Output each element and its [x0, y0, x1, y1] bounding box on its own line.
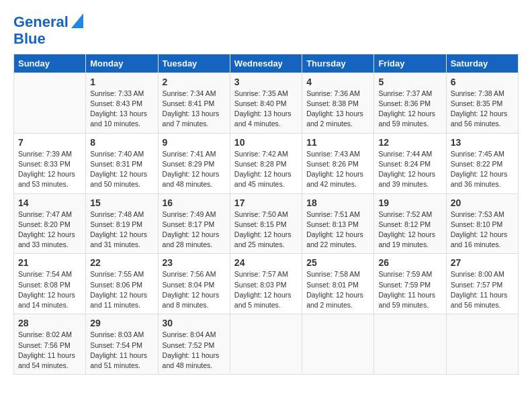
day-info: Sunrise: 7:39 AM Sunset: 8:33 PM Dayligh…: [18, 149, 81, 190]
col-header-monday: Monday: [86, 54, 158, 73]
week-row-2: 7Sunrise: 7:39 AM Sunset: 8:33 PM Daylig…: [14, 133, 519, 193]
day-number: 11: [306, 137, 369, 148]
day-info: Sunrise: 7:38 AM Sunset: 8:35 PM Dayligh…: [451, 89, 514, 130]
col-header-saturday: Saturday: [446, 54, 518, 73]
day-number: 3: [234, 77, 298, 87]
day-info: Sunrise: 7:34 AM Sunset: 8:41 PM Dayligh…: [163, 89, 226, 130]
day-number: 1: [90, 77, 153, 87]
calendar-header-row: SundayMondayTuesdayWednesdayThursdayFrid…: [14, 54, 519, 73]
col-header-thursday: Thursday: [302, 54, 374, 73]
day-number: 7: [18, 137, 81, 148]
day-info: Sunrise: 7:56 AM Sunset: 8:04 PM Dayligh…: [163, 269, 226, 310]
calendar-cell: 6Sunrise: 7:38 AM Sunset: 8:35 PM Daylig…: [446, 73, 518, 133]
week-row-5: 28Sunrise: 8:02 AM Sunset: 7:56 PM Dayli…: [14, 314, 519, 375]
col-header-sunday: Sunday: [14, 54, 86, 73]
week-row-3: 14Sunrise: 7:47 AM Sunset: 8:20 PM Dayli…: [14, 193, 519, 254]
calendar-cell: 1Sunrise: 7:33 AM Sunset: 8:43 PM Daylig…: [86, 73, 158, 133]
calendar-cell: 14Sunrise: 7:47 AM Sunset: 8:20 PM Dayli…: [14, 193, 86, 254]
day-info: Sunrise: 7:50 AM Sunset: 8:15 PM Dayligh…: [234, 210, 298, 250]
calendar-cell: 23Sunrise: 7:56 AM Sunset: 8:04 PM Dayli…: [158, 254, 230, 314]
calendar-cell: 2Sunrise: 7:34 AM Sunset: 8:41 PM Daylig…: [158, 73, 230, 133]
day-info: Sunrise: 7:40 AM Sunset: 8:31 PM Dayligh…: [90, 149, 153, 190]
calendar-cell: 17Sunrise: 7:50 AM Sunset: 8:15 PM Dayli…: [230, 193, 302, 254]
day-number: 4: [306, 77, 369, 87]
day-info: Sunrise: 7:58 AM Sunset: 8:01 PM Dayligh…: [306, 269, 369, 310]
day-number: 13: [451, 137, 514, 148]
calendar-cell: 12Sunrise: 7:44 AM Sunset: 8:24 PM Dayli…: [374, 133, 446, 193]
day-info: Sunrise: 7:36 AM Sunset: 8:38 PM Dayligh…: [306, 89, 369, 130]
day-info: Sunrise: 7:52 AM Sunset: 8:12 PM Dayligh…: [378, 210, 441, 250]
day-number: 17: [234, 197, 298, 208]
day-info: Sunrise: 7:47 AM Sunset: 8:20 PM Dayligh…: [18, 210, 81, 250]
day-number: 14: [18, 197, 81, 208]
day-info: Sunrise: 7:54 AM Sunset: 8:08 PM Dayligh…: [18, 269, 81, 310]
day-number: 24: [234, 257, 298, 268]
day-info: Sunrise: 8:00 AM Sunset: 7:57 PM Dayligh…: [451, 269, 514, 310]
calendar-cell: 29Sunrise: 8:03 AM Sunset: 7:54 PM Dayli…: [86, 314, 158, 375]
calendar-cell: 13Sunrise: 7:45 AM Sunset: 8:22 PM Dayli…: [446, 133, 518, 193]
day-info: Sunrise: 7:33 AM Sunset: 8:43 PM Dayligh…: [90, 89, 153, 130]
logo-text: General: [13, 14, 69, 30]
calendar-cell: 11Sunrise: 7:43 AM Sunset: 8:26 PM Dayli…: [302, 133, 374, 193]
day-info: Sunrise: 8:02 AM Sunset: 7:56 PM Dayligh…: [18, 330, 81, 371]
day-info: Sunrise: 7:53 AM Sunset: 8:10 PM Dayligh…: [451, 210, 514, 250]
col-header-friday: Friday: [374, 54, 446, 73]
day-number: 16: [163, 197, 226, 208]
calendar-cell: 7Sunrise: 7:39 AM Sunset: 8:33 PM Daylig…: [14, 133, 86, 193]
calendar-cell: 20Sunrise: 7:53 AM Sunset: 8:10 PM Dayli…: [446, 193, 518, 254]
day-number: 15: [90, 197, 153, 208]
calendar-cell: 4Sunrise: 7:36 AM Sunset: 8:38 PM Daylig…: [302, 73, 374, 133]
calendar-cell: 9Sunrise: 7:41 AM Sunset: 8:29 PM Daylig…: [158, 133, 230, 193]
calendar-cell: [14, 73, 86, 133]
calendar-cell: [230, 314, 302, 375]
day-info: Sunrise: 8:04 AM Sunset: 7:52 PM Dayligh…: [163, 330, 226, 371]
calendar-cell: 15Sunrise: 7:48 AM Sunset: 8:19 PM Dayli…: [86, 193, 158, 254]
day-number: 25: [306, 257, 369, 268]
calendar-cell: 30Sunrise: 8:04 AM Sunset: 7:52 PM Dayli…: [158, 314, 230, 375]
calendar-cell: 27Sunrise: 8:00 AM Sunset: 7:57 PM Dayli…: [446, 254, 518, 314]
logo: General Blue: [13, 13, 83, 47]
svg-marker-0: [71, 13, 83, 28]
day-number: 29: [90, 318, 153, 328]
page-header: General Blue: [13, 13, 519, 47]
week-row-1: 1Sunrise: 7:33 AM Sunset: 8:43 PM Daylig…: [14, 73, 519, 133]
logo-text2: Blue: [13, 31, 46, 47]
day-info: Sunrise: 7:35 AM Sunset: 8:40 PM Dayligh…: [234, 89, 298, 130]
calendar-cell: [374, 314, 446, 375]
day-number: 22: [90, 257, 153, 268]
day-info: Sunrise: 7:44 AM Sunset: 8:24 PM Dayligh…: [378, 149, 441, 190]
calendar-table: SundayMondayTuesdayWednesdayThursdayFrid…: [13, 54, 519, 375]
calendar-cell: 5Sunrise: 7:37 AM Sunset: 8:36 PM Daylig…: [374, 73, 446, 133]
day-number: 19: [378, 197, 441, 208]
day-number: 5: [378, 77, 441, 87]
col-header-wednesday: Wednesday: [230, 54, 302, 73]
calendar-cell: [446, 314, 518, 375]
calendar-cell: 28Sunrise: 8:02 AM Sunset: 7:56 PM Dayli…: [14, 314, 86, 375]
day-number: 10: [234, 137, 298, 148]
calendar-cell: 21Sunrise: 7:54 AM Sunset: 8:08 PM Dayli…: [14, 254, 86, 314]
day-info: Sunrise: 8:03 AM Sunset: 7:54 PM Dayligh…: [90, 330, 153, 371]
col-header-tuesday: Tuesday: [158, 54, 230, 73]
day-number: 23: [163, 257, 226, 268]
day-number: 26: [378, 257, 441, 268]
day-info: Sunrise: 7:51 AM Sunset: 8:13 PM Dayligh…: [306, 210, 369, 250]
day-info: Sunrise: 7:43 AM Sunset: 8:26 PM Dayligh…: [306, 149, 369, 190]
week-row-4: 21Sunrise: 7:54 AM Sunset: 8:08 PM Dayli…: [14, 254, 519, 314]
day-number: 2: [163, 77, 226, 87]
calendar-cell: 25Sunrise: 7:58 AM Sunset: 8:01 PM Dayli…: [302, 254, 374, 314]
day-info: Sunrise: 7:57 AM Sunset: 8:03 PM Dayligh…: [234, 269, 298, 310]
day-number: 12: [378, 137, 441, 148]
calendar-cell: 19Sunrise: 7:52 AM Sunset: 8:12 PM Dayli…: [374, 193, 446, 254]
day-number: 18: [306, 197, 369, 208]
day-info: Sunrise: 7:48 AM Sunset: 8:19 PM Dayligh…: [90, 210, 153, 250]
day-number: 20: [451, 197, 514, 208]
day-info: Sunrise: 7:49 AM Sunset: 8:17 PM Dayligh…: [163, 210, 226, 250]
day-info: Sunrise: 7:37 AM Sunset: 8:36 PM Dayligh…: [378, 89, 441, 130]
logo-icon: [71, 13, 83, 28]
day-number: 21: [18, 257, 81, 268]
calendar-cell: 3Sunrise: 7:35 AM Sunset: 8:40 PM Daylig…: [230, 73, 302, 133]
calendar-cell: 24Sunrise: 7:57 AM Sunset: 8:03 PM Dayli…: [230, 254, 302, 314]
calendar-cell: [302, 314, 374, 375]
calendar-cell: 26Sunrise: 7:59 AM Sunset: 7:59 PM Dayli…: [374, 254, 446, 314]
calendar-cell: 22Sunrise: 7:55 AM Sunset: 8:06 PM Dayli…: [86, 254, 158, 314]
